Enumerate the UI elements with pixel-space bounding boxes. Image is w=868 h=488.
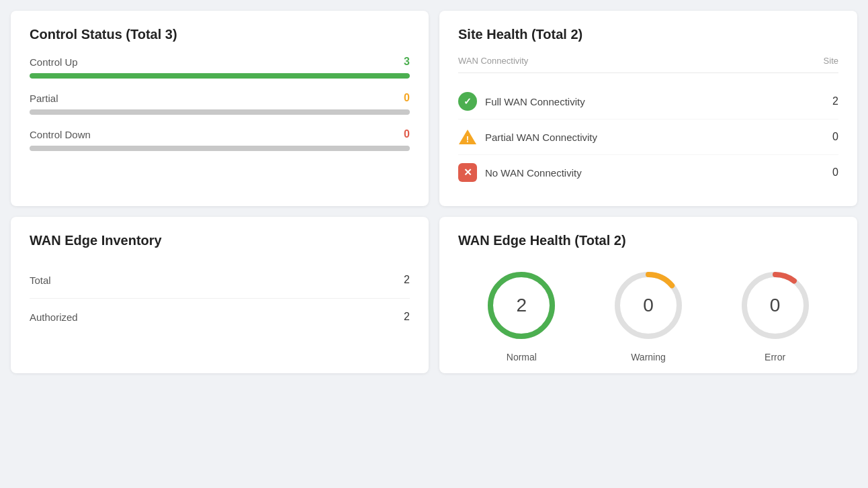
col-wan-label: WAN Connectivity — [458, 56, 528, 66]
error-circle: 0 — [738, 269, 812, 342]
site-health-card: Site Health (Total 2) WAN Connectivity S… — [439, 11, 857, 206]
site-health-left-none: ✕ No WAN Connectivity — [458, 163, 582, 182]
control-partial-label: Partial — [30, 93, 58, 104]
inventory-total-row: Total 2 — [30, 262, 410, 299]
warning-circle: 0 — [611, 269, 685, 342]
control-up-value: 3 — [404, 56, 410, 68]
control-up-fill — [30, 73, 410, 79]
control-status-card: Control Status (Total 3) Control Up 3 Pa… — [11, 11, 429, 206]
control-partial-value: 0 — [404, 92, 410, 104]
wan-inventory-title: WAN Edge Inventory — [30, 233, 410, 248]
full-wan-label: Full WAN Connectivity — [485, 96, 585, 107]
site-health-left-partial: ! Partial WAN Connectivity — [458, 128, 597, 146]
inventory-authorized-row: Authorized 2 — [30, 299, 410, 335]
wan-health-title: WAN Edge Health (Total 2) — [458, 233, 838, 248]
site-health-row-full: ✓ Full WAN Connectivity 2 — [458, 84, 838, 119]
control-partial-fill — [30, 109, 410, 115]
site-health-title: Site Health (Total 2) — [458, 27, 838, 42]
wan-inventory-card: WAN Edge Inventory Total 2 Authorized 2 — [11, 217, 429, 373]
health-circles: 2 Normal 0 Warning — [458, 262, 838, 362]
site-health-row-partial: ! Partial WAN Connectivity 0 — [458, 119, 838, 155]
partial-wan-count: 0 — [832, 131, 838, 143]
inventory-total-label: Total — [30, 275, 51, 286]
partial-wan-label: Partial WAN Connectivity — [485, 132, 597, 143]
site-health-row-none: ✕ No WAN Connectivity 0 — [458, 155, 838, 190]
warning-value: 0 — [643, 295, 654, 316]
inventory-authorized-value: 2 — [404, 311, 410, 323]
control-up-label: Control Up — [30, 56, 78, 68]
inventory-authorized-label: Authorized — [30, 311, 78, 323]
control-down-value: 0 — [404, 128, 410, 140]
control-partial-item: Partial 0 — [30, 92, 410, 115]
warning-label: Warning — [631, 352, 666, 362]
inventory-total-value: 2 — [404, 274, 410, 286]
full-wan-count: 2 — [832, 95, 838, 107]
x-icon: ✕ — [458, 163, 477, 182]
health-circle-normal: 2 Normal — [484, 269, 558, 362]
svg-text:!: ! — [466, 134, 469, 144]
no-wan-count: 0 — [832, 166, 838, 179]
normal-value: 2 — [517, 295, 527, 316]
wan-health-card: WAN Edge Health (Total 2) 2 Normal — [439, 217, 857, 373]
warn-icon: ! — [458, 128, 477, 146]
site-health-header: WAN Connectivity Site — [458, 56, 838, 73]
control-status-title: Control Status (Total 3) — [30, 27, 410, 42]
control-down-track — [30, 146, 410, 151]
health-circle-error: 0 Error — [738, 269, 812, 362]
control-up-track — [30, 73, 410, 79]
dashboard: Control Status (Total 3) Control Up 3 Pa… — [11, 11, 857, 373]
health-circle-warning: 0 Warning — [611, 269, 685, 362]
check-icon: ✓ — [458, 92, 477, 111]
no-wan-label: No WAN Connectivity — [485, 167, 582, 179]
site-health-left-full: ✓ Full WAN Connectivity — [458, 92, 585, 111]
control-partial-track — [30, 109, 410, 115]
control-down-fill — [30, 146, 410, 151]
control-down-item: Control Down 0 — [30, 128, 410, 151]
error-label: Error — [765, 352, 785, 362]
control-up-item: Control Up 3 — [30, 56, 410, 79]
control-down-label: Control Down — [30, 129, 91, 140]
error-value: 0 — [770, 295, 781, 316]
normal-circle: 2 — [484, 269, 558, 342]
col-site-label: Site — [824, 56, 838, 66]
normal-label: Normal — [507, 352, 537, 362]
